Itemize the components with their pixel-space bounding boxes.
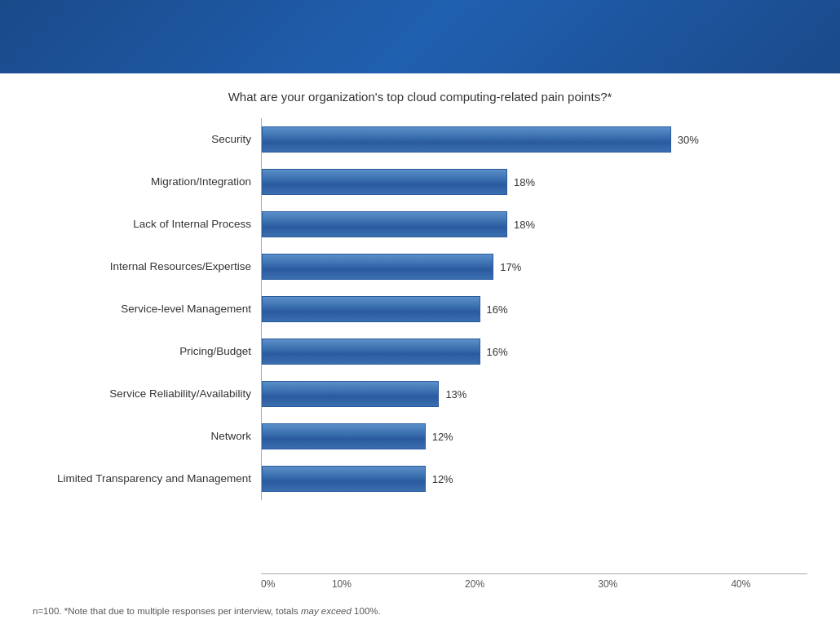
bar-label: Limited Transparency and Management xyxy=(33,472,261,485)
bar-wrapper: 30% xyxy=(261,118,807,161)
bar-wrapper: 12% xyxy=(261,458,807,500)
bar-label: Pricing/Budget xyxy=(33,345,261,358)
footnote: n=100. *Note that due to multiple respon… xyxy=(33,600,807,616)
bar-fill: 30% xyxy=(262,126,671,153)
bar-row: Service Reliability/Availability13% xyxy=(33,373,807,415)
bar-row: Service-level Management16% xyxy=(33,288,807,330)
footnote-text: n=100. *Note that due to multiple respon… xyxy=(33,606,301,616)
x-axis-label: 20% xyxy=(409,578,542,590)
bar-value-label: 18% xyxy=(514,219,535,231)
slide-header xyxy=(0,0,840,73)
bar-value-label: 17% xyxy=(500,261,521,273)
bar-value-label: 13% xyxy=(445,388,466,401)
bar-label: Security xyxy=(33,133,261,146)
bar-wrapper: 18% xyxy=(261,161,807,203)
chart-area: Security30%Migration/Integration18%Lack … xyxy=(33,118,807,590)
bar-label: Service Reliability/Availability xyxy=(33,387,261,401)
x-axis-label: 0% xyxy=(261,578,275,590)
bar-label: Lack of Internal Process xyxy=(33,218,261,231)
bar-fill: 13% xyxy=(262,381,439,407)
bar-fill: 12% xyxy=(262,466,426,492)
bar-value-label: 16% xyxy=(487,303,508,316)
bar-wrapper: 16% xyxy=(261,330,807,373)
bar-wrapper: 12% xyxy=(261,415,807,458)
chart-question: What are your organization's top cloud c… xyxy=(33,90,807,104)
bar-row: Security30% xyxy=(33,118,807,161)
chart-container: Security30%Migration/Integration18%Lack … xyxy=(33,118,807,573)
bar-row: Network12% xyxy=(33,415,807,458)
bar-row: Pricing/Budget16% xyxy=(33,330,807,373)
bar-fill: 16% xyxy=(262,339,480,365)
bar-wrapper: 17% xyxy=(261,246,807,288)
bar-wrapper: 18% xyxy=(261,203,807,246)
bar-fill: 18% xyxy=(262,169,507,195)
bar-label: Network xyxy=(33,430,261,443)
bar-value-label: 12% xyxy=(432,473,453,485)
bar-row: Migration/Integration18% xyxy=(33,161,807,203)
bar-fill: 12% xyxy=(262,423,426,449)
bar-value-label: 30% xyxy=(678,134,699,146)
bar-label: Migration/Integration xyxy=(33,175,261,188)
bar-fill: 18% xyxy=(262,211,507,237)
bar-row: Limited Transparency and Management12% xyxy=(33,458,807,500)
x-axis: 0%10%20%30%40% xyxy=(261,573,807,590)
bar-fill: 16% xyxy=(262,296,480,322)
bar-fill: 17% xyxy=(262,254,493,280)
x-axis-label: 10% xyxy=(275,578,408,590)
bar-label: Internal Resources/Expertise xyxy=(33,260,261,273)
slide-content: What are your organization's top cloud c… xyxy=(0,73,840,624)
x-axis-label: 40% xyxy=(674,578,807,590)
slide: What are your organization's top cloud c… xyxy=(0,0,840,624)
bar-row: Lack of Internal Process18% xyxy=(33,203,807,246)
bar-wrapper: 13% xyxy=(261,373,807,415)
bar-value-label: 12% xyxy=(432,431,453,443)
bar-value-label: 16% xyxy=(487,346,508,358)
x-axis-label: 30% xyxy=(542,578,674,590)
bar-row: Internal Resources/Expertise17% xyxy=(33,246,807,288)
bar-wrapper: 16% xyxy=(261,288,807,330)
bar-value-label: 18% xyxy=(514,176,535,188)
bar-label: Service-level Management xyxy=(33,303,261,316)
